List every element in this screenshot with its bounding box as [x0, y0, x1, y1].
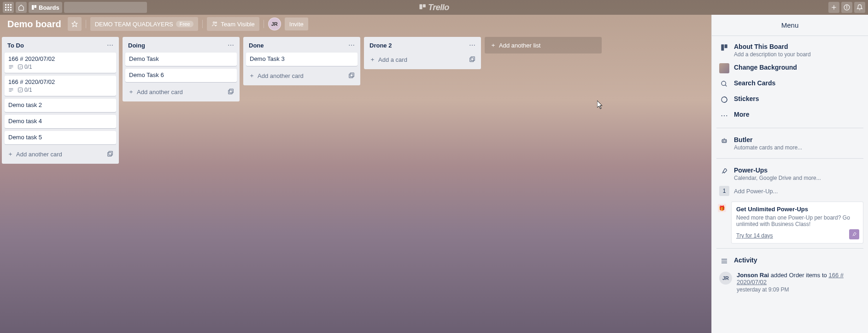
card[interactable]: Demo task 4 — [5, 115, 116, 128]
create-button[interactable] — [828, 2, 839, 13]
list-menu-button[interactable]: ⋯ — [469, 42, 475, 49]
search-icon — [719, 79, 729, 89]
plus-icon: ＋ — [7, 150, 13, 158]
menu-about-board[interactable]: About This BoardAdd a description to you… — [716, 40, 863, 60]
svg-rect-36 — [109, 151, 112, 155]
background-thumb-icon — [719, 63, 729, 73]
menu-stickers[interactable]: Stickers — [716, 92, 863, 107]
card[interactable]: Demo Task 6 — [125, 69, 237, 82]
svg-point-22 — [216, 22, 217, 24]
star-icon — [71, 21, 78, 27]
checklist-badge: 0/1 — [18, 64, 32, 70]
visibility-button[interactable]: Team Visible — [207, 17, 259, 31]
card[interactable]: 166 # 2020/07/02 0/1 — [5, 53, 116, 73]
boards-label: Boards — [39, 4, 59, 11]
list-menu-button[interactable]: ⋯ — [228, 42, 234, 49]
add-card-button[interactable]: ＋Add a card — [367, 53, 478, 66]
svg-rect-1 — [8, 4, 9, 6]
home-icon — [18, 4, 24, 11]
apps-icon — [5, 4, 12, 11]
menu-search-cards[interactable]: Search Cards — [716, 76, 863, 92]
menu-title: Menu — [712, 15, 868, 36]
info-icon — [844, 4, 850, 11]
list-title[interactable]: To Do — [7, 42, 24, 49]
add-powerup[interactable]: 1 Add Power-Up... — [716, 184, 863, 198]
menu-activity-header: Activity — [716, 253, 863, 269]
activity-avatar[interactable]: JR — [719, 272, 732, 285]
board-title[interactable]: Demo board — [4, 19, 65, 30]
card[interactable]: Demo task 2 — [5, 99, 116, 112]
add-card-button[interactable]: ＋Add another card — [125, 85, 237, 99]
boards-icon — [31, 5, 37, 10]
sticker-icon — [719, 95, 729, 105]
svg-point-50 — [725, 141, 725, 141]
member-avatar[interactable]: JR — [268, 18, 281, 30]
template-icon[interactable] — [469, 56, 475, 63]
list-menu-button[interactable]: ⋯ — [348, 42, 355, 49]
menu-change-background[interactable]: Change Background — [716, 60, 863, 76]
search-box[interactable] — [64, 2, 147, 13]
card[interactable]: 166 # 2020/07/02 0/1 — [5, 76, 116, 96]
add-list-button[interactable]: ＋ Add another list — [485, 37, 602, 54]
list-title[interactable]: Done — [249, 42, 264, 49]
svg-rect-5 — [10, 7, 12, 8]
svg-rect-41 — [470, 58, 474, 62]
svg-rect-35 — [108, 153, 111, 156]
card[interactable]: Demo Task 3 — [246, 53, 358, 66]
invite-button[interactable]: Invite — [285, 18, 308, 30]
menu-more[interactable]: ⋯ More — [716, 107, 863, 123]
card[interactable]: Demo task 5 — [5, 131, 116, 144]
top-navbar: Boards Trello — [0, 0, 868, 15]
svg-rect-43 — [721, 44, 724, 50]
add-card-button[interactable]: ＋Add another card — [5, 147, 116, 161]
svg-point-45 — [721, 81, 726, 85]
svg-rect-34 — [18, 88, 23, 92]
svg-rect-38 — [229, 89, 233, 93]
bell-icon — [856, 4, 863, 11]
home-button[interactable] — [16, 2, 27, 13]
apps-menu-button[interactable] — [3, 2, 14, 13]
list-title[interactable]: Drone 2 — [369, 42, 392, 49]
menu-panel: Menu About This BoardAdd a description t… — [711, 15, 868, 333]
board-lists: To Do ⋯ 166 # 2020/07/02 0/1 166 # 2020/… — [0, 33, 711, 333]
svg-rect-14 — [423, 4, 426, 7]
svg-rect-2 — [10, 4, 12, 6]
team-label[interactable]: DEMO TEAM QUADLAYERS Free — [90, 17, 199, 31]
add-card-button[interactable]: ＋Add another card — [246, 69, 358, 83]
svg-rect-42 — [471, 57, 475, 60]
card[interactable]: Demo Task — [125, 53, 237, 66]
svg-point-49 — [723, 141, 723, 141]
promo-try-link[interactable]: Try for 14 days — [736, 232, 773, 239]
promo-upgrade-button[interactable] — [849, 229, 859, 239]
plus-icon: ＋ — [249, 71, 255, 80]
description-badge — [8, 87, 14, 93]
activity-icon — [719, 256, 729, 266]
notifications-button[interactable] — [854, 2, 865, 13]
description-badge — [8, 64, 14, 70]
list-done: Done ⋯ Demo Task 3 ＋Add another card — [243, 37, 360, 85]
trello-icon — [419, 4, 426, 11]
template-icon[interactable] — [228, 89, 234, 95]
svg-rect-8 — [10, 9, 12, 11]
free-badge: Free — [176, 21, 194, 27]
star-board-button[interactable] — [68, 17, 82, 31]
svg-rect-30 — [18, 65, 23, 69]
people-icon — [211, 21, 218, 27]
plus-icon: ＋ — [369, 55, 375, 64]
list-menu-button[interactable]: ⋯ — [107, 42, 113, 49]
template-icon[interactable] — [107, 151, 113, 157]
svg-rect-40 — [350, 73, 354, 77]
brand-logo[interactable]: Trello — [419, 3, 449, 12]
powerup-count-badge: 1 — [719, 186, 729, 196]
menu-powerups[interactable]: Power-UpsCalendar, Google Drive and more… — [716, 163, 863, 184]
svg-rect-4 — [8, 7, 9, 8]
menu-butler[interactable]: ButlerAutomate cards and more... — [716, 133, 863, 154]
template-icon[interactable] — [348, 72, 355, 79]
boards-button[interactable]: Boards — [29, 2, 62, 13]
search-input[interactable] — [68, 4, 145, 11]
info-button[interactable] — [841, 2, 852, 13]
plus-icon: ＋ — [490, 41, 496, 49]
powerup-promo: 🎁 Get Unlimited Power-Ups Need more than… — [731, 202, 863, 244]
list-title[interactable]: Doing — [128, 42, 145, 49]
svg-point-19 — [846, 6, 847, 6]
